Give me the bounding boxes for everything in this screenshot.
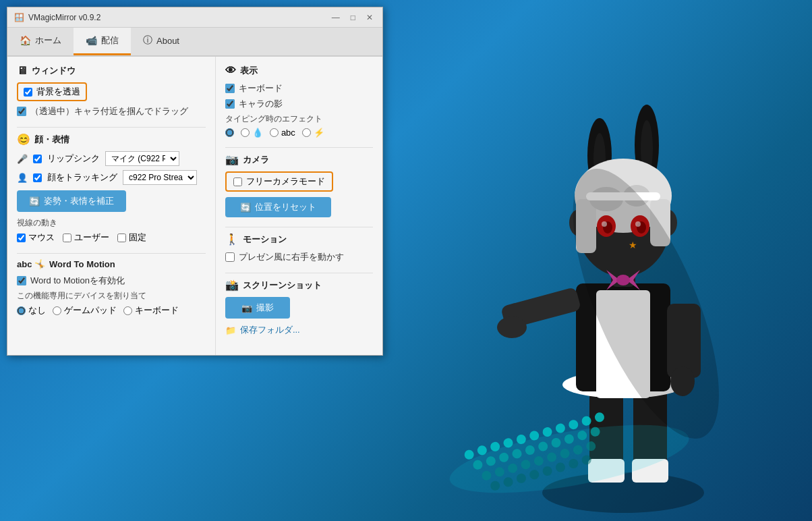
word-icon: abc 🤸	[17, 259, 45, 269]
free-camera-checkbox[interactable]	[233, 177, 242, 186]
effect-ripple-radio[interactable]	[241, 128, 250, 137]
device-none-row: なし	[17, 304, 46, 317]
effect-lightning-radio[interactable]	[302, 128, 311, 137]
camera-section: 📷 カメラ フリーカメラモード 🔄 位置をリセット	[225, 153, 373, 217]
drag-transparent-row: （透過中）キャラ付近を掴んでドラッグ	[17, 105, 206, 117]
face-track-icon: 👤	[17, 173, 28, 183]
keyboard-label: キーボード	[239, 82, 283, 94]
title-bar: 🪟 VMagicMirror v0.9.2 — □ ✕	[7, 7, 382, 28]
bg-transparent-label: 背景を透過	[36, 86, 80, 98]
gaze-user-checkbox[interactable]	[63, 234, 71, 242]
lip-sync-checkbox[interactable]	[33, 155, 42, 163]
lip-sync-row: 🎤 リップシンク マイク (C922 Pro S	[17, 151, 206, 166]
screenshot-section-title: 📸 スクリーンショット	[225, 279, 373, 292]
face-section-title: 😊 顔・表情	[17, 133, 206, 146]
display-section: 👁 表示 キーボード キャラの影 タイピング時のエフェクト	[225, 65, 373, 138]
divider-1	[17, 127, 206, 128]
device-assign-label: この機能専用にデバイスを割り当て	[17, 290, 206, 302]
device-keyboard-label: キーボード	[135, 304, 179, 317]
window-section: 🖥 ウィンドウ 背景を透過 （透過中）キャラ付近を掴んでドラッグ	[17, 65, 206, 117]
word-enable-row: Word to Motionを有効化	[17, 275, 206, 287]
camera-icon: 📷	[225, 153, 239, 166]
reset-position-button[interactable]: 🔄 位置をリセット	[225, 197, 331, 217]
reset-icon: 🔄	[240, 202, 251, 213]
app-window: 🪟 VMagicMirror v0.9.2 — □ ✕ 🏠 ホーム 📹 配信 ⓘ…	[7, 7, 383, 356]
effect-abc-radio[interactable]	[270, 128, 279, 137]
maximize-button[interactable]: □	[348, 13, 358, 22]
effect-ripple-row: 💧	[241, 128, 263, 138]
tab-home[interactable]: 🏠 ホーム	[7, 28, 74, 55]
motion-section-title: 🚶 モーション	[225, 233, 373, 246]
device-none-radio[interactable]	[17, 306, 26, 315]
word-enable-checkbox[interactable]	[17, 276, 26, 285]
window-section-title: 🖥 ウィンドウ	[17, 65, 206, 77]
gaze-mouse-checkbox[interactable]	[17, 234, 26, 242]
effect-none-radio[interactable]	[225, 128, 234, 137]
lip-sync-device-select[interactable]: マイク (C922 Pro S	[105, 151, 179, 166]
app-title: VMagicMirror v0.9.2	[28, 13, 100, 22]
display-icon: 👁	[225, 65, 236, 77]
keyboard-row: キーボード	[225, 82, 373, 94]
title-bar-left: 🪟 VMagicMirror v0.9.2	[14, 13, 100, 22]
key	[464, 449, 475, 460]
present-label: プレゼン風に右手を動かす	[239, 251, 344, 263]
shadow-checkbox[interactable]	[225, 99, 235, 109]
tab-about[interactable]: ⓘ About	[131, 28, 192, 55]
keyboard-checkbox[interactable]	[225, 84, 235, 93]
typing-effect-label: タイピング時のエフェクト	[225, 113, 373, 125]
motion-section: 🚶 モーション プレゼン風に右手を動かす	[225, 233, 373, 263]
close-button[interactable]: ✕	[364, 13, 376, 22]
effect-none-row	[225, 128, 234, 137]
gaze-user-label: ユーザー	[74, 231, 109, 244]
face-track-checkbox[interactable]	[33, 173, 42, 182]
abc-label: abc	[281, 128, 295, 138]
shadow-label: キャラの影	[239, 98, 283, 110]
capture-button[interactable]: 📷 撮影	[225, 297, 290, 319]
face-track-row: 👤 顔をトラッキング c922 Pro Stream	[17, 170, 206, 185]
gaze-label: 視線の動き	[17, 217, 206, 229]
minimize-button[interactable]: —	[329, 13, 343, 22]
panel-left: 🖥 ウィンドウ 背景を透過 （透過中）キャラ付近を掴んでドラッグ 😊 顔・表情	[7, 57, 216, 355]
bg-transparent-box: 背景を透過	[17, 82, 87, 101]
device-keyboard-radio[interactable]	[123, 306, 132, 315]
gaze-fixed-label: 固定	[129, 231, 146, 244]
tab-stream-label: 配信	[101, 34, 119, 47]
face-track-label: 顔をトラッキング	[47, 171, 117, 184]
gaze-row: マウス ユーザー 固定	[17, 231, 206, 244]
mic-icon: 🎤	[17, 154, 28, 164]
typing-effect-group: 💧 abc ⚡	[225, 128, 373, 138]
character-svg: ★	[367, 0, 812, 521]
screenshot-icon: 📸	[225, 279, 239, 292]
camera-section-title: 📷 カメラ	[225, 153, 373, 166]
adjust-button[interactable]: 🔄 姿勢・表情を補正	[17, 190, 126, 212]
present-checkbox[interactable]	[225, 252, 235, 262]
divider-3	[225, 147, 373, 148]
free-camera-label: フリーカメラモード	[246, 175, 325, 188]
drag-transparent-checkbox[interactable]	[17, 107, 26, 116]
face-icon: 😊	[17, 133, 30, 146]
tab-stream[interactable]: 📹 配信	[74, 28, 131, 55]
lip-sync-label: リップシンク	[47, 153, 100, 165]
character-area: ★	[367, 0, 812, 521]
display-section-title: 👁 表示	[225, 65, 373, 77]
lightning-icon: ⚡	[314, 128, 324, 138]
bg-transparent-checkbox[interactable]	[24, 88, 32, 97]
tab-bar: 🏠 ホーム 📹 配信 ⓘ About	[7, 28, 382, 57]
face-track-device-select[interactable]: c922 Pro Stream	[123, 170, 197, 185]
motion-icon: 🚶	[225, 233, 239, 246]
title-bar-controls: — □ ✕	[329, 13, 376, 22]
key	[568, 419, 579, 430]
face-section: 😊 顔・表情 🎤 リップシンク マイク (C922 Pro S 👤 顔をトラッキ…	[17, 133, 206, 244]
free-camera-box: フリーカメラモード	[225, 171, 333, 192]
divider-4	[225, 227, 373, 227]
shadow-row: キャラの影	[225, 98, 373, 110]
save-folder-button[interactable]: 📁 保存フォルダ...	[225, 323, 300, 337]
gaze-mouse-label: マウス	[28, 231, 55, 244]
camera-btn-icon: 📷	[241, 303, 252, 313]
main-content: 🖥 ウィンドウ 背景を透過 （透過中）キャラ付近を掴んでドラッグ 😊 顔・表情	[7, 57, 382, 355]
screenshot-section: 📸 スクリーンショット 📷 撮影 📁 保存フォルダ...	[225, 279, 373, 337]
present-row: プレゼン風に右手を動かす	[225, 251, 373, 263]
device-gamepad-radio[interactable]	[53, 306, 61, 315]
device-gamepad-label: ゲームパッド	[64, 304, 117, 317]
gaze-fixed-checkbox[interactable]	[117, 234, 126, 242]
